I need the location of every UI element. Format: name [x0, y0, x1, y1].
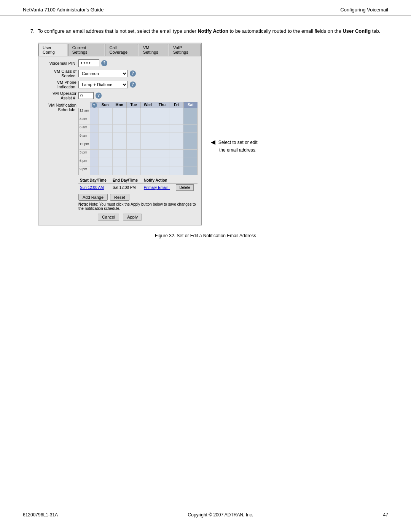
page-header: NetVanta 7100 Administrator's Guide Conf… [0, 0, 411, 16]
cell-tue-6pm [127, 158, 141, 166]
apply-button[interactable]: Apply [123, 214, 142, 220]
cell-wed-12am [141, 108, 155, 116]
reset-button[interactable]: Reset [110, 194, 129, 201]
class-of-service-label: VM Class ofService: [42, 69, 78, 78]
schedule-header-row: ? Sun Mon Tue Wed Thu Fri Sat [78, 102, 198, 108]
time-label-12pm: 12 pm [79, 141, 90, 149]
time-label-3pm: 3 pm [79, 150, 90, 158]
operator-assist-help-icon[interactable]: ? [96, 93, 102, 99]
tab-voip-settings[interactable]: VoIP Settings [169, 44, 201, 56]
cell-wed-3pm [141, 150, 155, 158]
time-row-9pm: 9 pm [79, 166, 197, 175]
end-value: Sat 12:00 PM [113, 185, 136, 190]
phone-indication-label: VM PhoneIndication: [42, 80, 78, 89]
start-link[interactable]: Sun 12:00 AM [80, 185, 104, 190]
form-body: Voicemail PIN: ? VM Class ofService: Com… [38, 56, 201, 225]
tab-vm-settings[interactable]: VM Settings [139, 44, 168, 56]
cell-fri-6am [169, 125, 183, 133]
cell-wed-3am [141, 116, 155, 124]
cell-wed-9pm [141, 166, 155, 175]
cell-mon-3am [113, 116, 127, 124]
days-wrapper: ? Sun Mon Tue Wed Thu Fri Sat [90, 102, 198, 108]
footer-right: 47 [383, 512, 388, 518]
pin-help-icon[interactable]: ? [101, 60, 107, 66]
callout-line1-container: ◄ Select to set or edit [209, 138, 266, 147]
cell-fri-6pm [169, 158, 183, 166]
col-delete [174, 177, 198, 184]
cell-fri-9pm [169, 166, 183, 175]
time-cell-help-12pm [90, 141, 99, 149]
cell-sat-3pm [183, 150, 197, 158]
note-text: Note: Note: You must click the Apply but… [78, 202, 198, 211]
phone-indication-help-icon[interactable]: ? [130, 81, 136, 88]
time-row-12pm: 12 pm [79, 141, 197, 150]
pin-label: Voicemail PIN: [42, 61, 78, 66]
schedule-end: Sat 12:00 PM [111, 183, 142, 192]
footer-center: Copyright © 2007 ADTRAN, Inc. [188, 512, 253, 518]
cell-fri-9am [169, 133, 183, 141]
operator-assist-label: VM OperatorAssist #: [42, 91, 78, 100]
cell-sat-6am [183, 125, 197, 133]
cell-tue-9pm [127, 166, 141, 175]
pin-row: Voicemail PIN: ? [42, 59, 198, 67]
help-col-header[interactable]: ? [90, 102, 98, 108]
time-cell-help [90, 108, 99, 116]
cell-thu-9pm [155, 166, 169, 175]
cell-mon-6am [113, 125, 127, 133]
intro-paragraph: 7. To configure an email address that is… [23, 27, 388, 35]
schedule-label-row: VM NotificationSchedule: ? Sun [42, 102, 198, 211]
add-range-button[interactable]: Add Range [78, 194, 108, 201]
cell-mon-9pm [113, 166, 127, 175]
time-row-12am: 12 am [79, 108, 197, 116]
tab-call-coverage[interactable]: Call Coverage [105, 44, 138, 56]
time-rows: 12 am [78, 108, 198, 175]
time-label-6am: 6 am [79, 125, 90, 133]
operator-assist-control: ? [78, 92, 198, 99]
class-of-service-row: VM Class ofService: Common ? [42, 69, 198, 78]
delete-button[interactable]: Delete [176, 184, 194, 191]
delete-cell: Delete [174, 183, 198, 192]
tab-user-config[interactable]: User Config [38, 44, 67, 56]
tab-current-settings[interactable]: Current Settings [68, 44, 105, 56]
cell-sun-12am [99, 108, 113, 116]
time-cell-help-3pm [90, 150, 99, 158]
callout-arrow-icon: ◄ [209, 138, 217, 147]
notify-action-link[interactable]: Primary Email - [144, 185, 170, 190]
col-start: Start Day/Time [78, 177, 111, 184]
cell-sun-9am [99, 133, 113, 141]
main-content: 7. To configure an email address that is… [0, 27, 411, 238]
time-cell-help-6pm [90, 158, 99, 166]
bottom-buttons: Cancel Apply [42, 214, 198, 222]
bold-notify-action: Notify Action [198, 28, 228, 34]
cell-tue-12pm [127, 141, 141, 149]
cell-mon-3pm [113, 150, 127, 158]
cell-sun-6am [99, 125, 113, 133]
time-label-9pm: 9 pm [79, 166, 90, 175]
cell-tue-6am [127, 125, 141, 133]
time-cell-help-9pm [90, 166, 99, 175]
day-sun: Sun [98, 102, 112, 108]
schedule-help-icon[interactable]: ? [92, 102, 97, 108]
class-of-service-help-icon[interactable]: ? [130, 70, 136, 77]
pin-input[interactable] [78, 59, 99, 67]
cell-fri-3pm [169, 150, 183, 158]
cancel-button[interactable]: Cancel [98, 214, 119, 220]
schedule-section: VM NotificationSchedule: ? Sun [42, 102, 198, 211]
schedule-start: Sun 12:00 AM [78, 183, 111, 192]
cell-sun-9pm [99, 166, 113, 175]
dialog-box: User Config Current Settings Call Covera… [38, 43, 202, 225]
time-cell-help-3am [90, 116, 99, 124]
class-of-service-select[interactable]: Common [78, 70, 128, 77]
callout-line2-container: the email address. [209, 147, 266, 153]
cell-mon-6pm [113, 158, 127, 166]
page-footer: 61200796L1-31A Copyright © 2007 ADTRAN, … [0, 509, 411, 521]
day-wed: Wed [141, 102, 155, 108]
phone-indication-select[interactable]: Lamp + Dialtone [78, 81, 128, 88]
class-of-service-control: Common ? [78, 70, 198, 77]
time-cell-help-6am [90, 125, 99, 133]
day-thu: Thu [155, 102, 169, 108]
operator-assist-input[interactable] [78, 92, 94, 99]
cell-sat-12pm [183, 141, 197, 149]
cell-sat-6pm [183, 158, 197, 166]
figure-caption: Figure 32. Set or Edit a Notification Em… [23, 233, 388, 238]
